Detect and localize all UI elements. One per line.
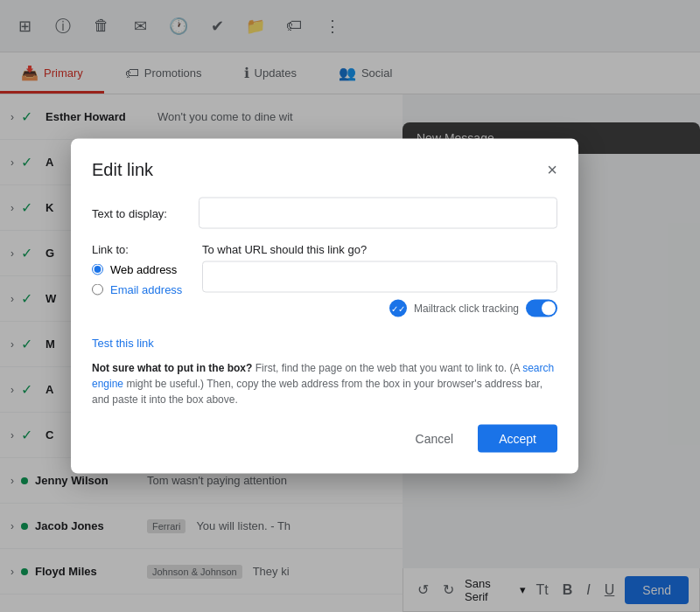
url-input[interactable] <box>202 261 557 293</box>
help-text: Not sure what to put in the box? First, … <box>92 360 557 407</box>
email-address-option[interactable]: Email address <box>92 283 188 296</box>
web-address-label: Web address <box>110 263 177 276</box>
url-section: To what URL should this link go? ✓✓ Mail… <box>202 243 557 321</box>
link-to-label: Link to: <box>92 243 188 256</box>
text-to-display-row: Text to display: <box>92 198 557 229</box>
email-address-radio[interactable] <box>92 284 103 296</box>
mailtrack-toggle[interactable] <box>526 300 557 317</box>
cancel-button[interactable]: Cancel <box>402 425 468 453</box>
test-link[interactable]: Test this link <box>92 337 154 350</box>
dialog-header: Edit link × <box>92 160 557 180</box>
close-button[interactable]: × <box>547 160 557 180</box>
web-address-option[interactable]: Web address <box>92 263 188 276</box>
text-to-display-label: Text to display: <box>92 206 188 219</box>
web-address-radio[interactable] <box>92 264 103 275</box>
text-to-display-input[interactable] <box>199 198 557 229</box>
edit-link-dialog: Edit link × Text to display: Link to: We… <box>71 139 578 474</box>
email-address-label[interactable]: Email address <box>110 283 182 296</box>
link-to-label-container: Link to: Web address Email address <box>92 243 188 321</box>
dialog-title: Edit link <box>92 160 153 180</box>
dialog-footer: Cancel Accept <box>92 425 557 453</box>
accept-button[interactable]: Accept <box>478 425 557 453</box>
mailtrack-icon: ✓✓ <box>389 300 407 317</box>
help-text-bold: Not sure what to put in the box? <box>92 362 252 374</box>
link-to-section: Link to: Web address Email address To wh… <box>92 243 557 321</box>
mailtrack-label: Mailtrack click tracking <box>414 303 519 315</box>
radio-group: Web address Email address <box>92 263 188 296</box>
mailtrack-row: ✓✓ Mailtrack click tracking <box>202 300 557 317</box>
url-label: To what URL should this link go? <box>202 243 557 256</box>
